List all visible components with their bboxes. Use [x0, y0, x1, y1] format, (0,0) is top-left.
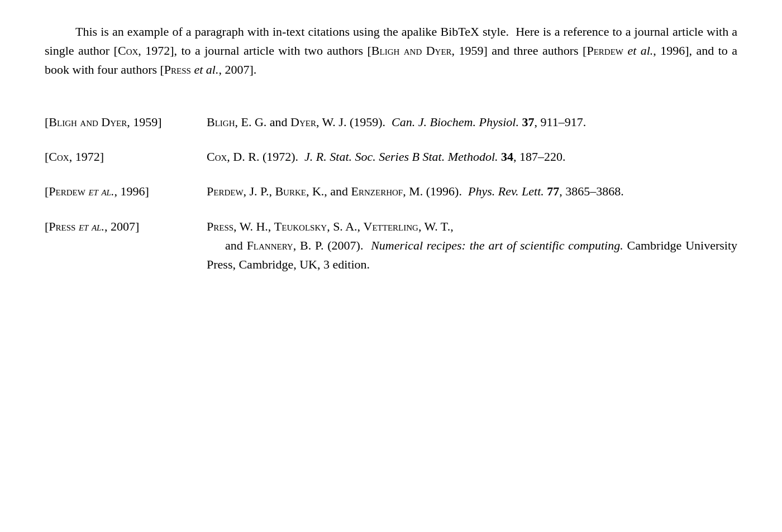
reference-label-press: [Press et al., 2007] — [45, 217, 207, 236]
ref-label-sc-press: Press et al., 2007 — [49, 219, 135, 233]
cite-cox: Cox, 1972 — [118, 44, 170, 57]
main-paragraph: This is an example of a paragraph with i… — [45, 22, 737, 79]
ref-author-ernzerhof: Ernzerhof — [351, 184, 403, 198]
reference-cox: [Cox, 1972] Cox, D. R. (1972). J. R. Sta… — [45, 147, 737, 166]
reference-label-cox: [Cox, 1972] — [45, 147, 207, 166]
et-al-label: et al. — [88, 184, 114, 198]
ref-author-flannery: Flannery — [247, 238, 293, 252]
ref-journal-cox: J. R. Stat. Soc. Series B Stat. Methodol… — [304, 150, 498, 164]
ref-journal-perdew: Phys. Rev. Lett. — [468, 184, 544, 198]
ref-volume-cox: 34 — [501, 150, 513, 164]
cite-bligh-dyer: Bligh and Dyer, 1959 — [371, 44, 484, 57]
ref-author-perdew: Perdew — [207, 184, 244, 198]
reference-body-perdew: Perdew, J. P., Burke, K., and Ernzerhof,… — [207, 182, 737, 201]
reference-body-press: Press, W. H., Teukolsky, S. A., Vetterli… — [207, 217, 737, 274]
ref-book-press: Numerical recipes: the art of scientific… — [371, 238, 623, 252]
et-al-perdew: et al. — [627, 44, 653, 57]
ref-label-sc-cox: Cox, 1972 — [49, 150, 99, 164]
ref-volume-bligh: 37 — [522, 115, 534, 129]
reference-body-cox: Cox, D. R. (1972). J. R. Stat. Soc. Seri… — [207, 147, 737, 166]
reference-perdew: [Perdew et al., 1996] Perdew, J. P., Bur… — [45, 182, 737, 201]
ref-volume-perdew: 77 — [547, 184, 559, 198]
reference-press: [Press et al., 2007] Press, W. H., Teuko… — [45, 217, 737, 274]
et-al-press: et al. — [194, 63, 218, 76]
ref-author-dyer: Dyer — [290, 115, 316, 129]
ref-author-burke: Burke — [275, 184, 306, 198]
reference-bligh-dyer: [Bligh and Dyer, 1959] Bligh, E. G. and … — [45, 113, 737, 132]
ref-label-sc-bligh-dyer: Bligh and Dyer, 1959 — [49, 115, 158, 129]
ref-author-vetterling: Vetterling — [364, 219, 418, 233]
ref-label-sc-perdew: Perdew et al., 1996 — [49, 184, 145, 198]
cite-press: Press — [164, 63, 191, 76]
ref-author-cox: Cox — [207, 150, 227, 164]
reference-body-bligh-dyer: Bligh, E. G. and Dyer, W. J. (1959). Can… — [207, 113, 737, 132]
reference-label-bligh-dyer: [Bligh and Dyer, 1959] — [45, 113, 207, 132]
ref-author-teukolsky: Teukolsky — [274, 219, 327, 233]
page: This is an example of a paragraph with i… — [0, 0, 782, 532]
reference-label-perdew: [Perdew et al., 1996] — [45, 182, 207, 201]
references-section: [Bligh and Dyer, 1959] Bligh, E. G. and … — [45, 113, 737, 274]
cite-perdew: Perdew — [586, 44, 623, 57]
ref-journal-bligh: Can. J. Biochem. Physiol. — [392, 115, 519, 129]
ref-press-continuation: and Flannery, B. P. (2007). Numerical re… — [207, 238, 737, 271]
ref-author-press: Press — [207, 219, 233, 233]
et-al-label-press: et al. — [79, 219, 104, 233]
ref-author-bligh: Bligh — [207, 115, 235, 129]
